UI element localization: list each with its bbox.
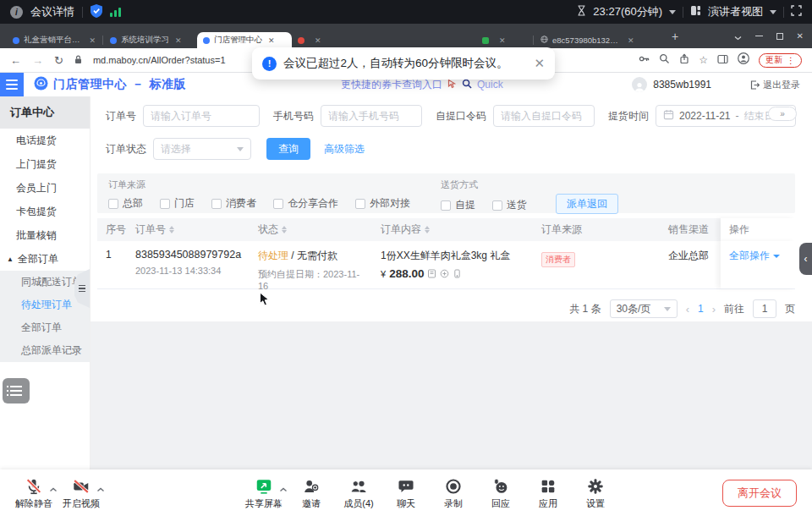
chrome-update-button[interactable]: 更新 ⋮: [759, 53, 802, 68]
username-label[interactable]: 8385wb1991: [653, 79, 711, 91]
sidebar-item-member-visit[interactable]: 会员上门: [0, 176, 90, 200]
apps-button[interactable]: 应用: [524, 476, 572, 510]
reactions-button[interactable]: 回应: [477, 476, 524, 510]
toast-close-icon[interactable]: ✕: [534, 56, 545, 71]
table-row[interactable]: 1 83859345088979792a 2023-11-13 14:33:34…: [97, 241, 795, 289]
bookmark-star-icon[interactable]: ☆: [699, 54, 708, 66]
share-screen-button[interactable]: 共享屏幕: [240, 476, 288, 510]
window-menu-icon[interactable]: [734, 29, 742, 44]
leave-meeting-button[interactable]: 离开会议: [722, 480, 797, 507]
sidebar-subitem-hq-dispatch-log[interactable]: 总部派单记录: [0, 339, 90, 362]
sidebar-group-all-orders[interactable]: ▲ 全部订单: [0, 247, 90, 271]
header-content[interactable]: 订单内容: [372, 218, 533, 241]
sort-icon[interactable]: [169, 226, 174, 233]
header-order-no[interactable]: 订单号: [127, 218, 250, 241]
chat-button[interactable]: 聊天: [382, 476, 430, 510]
checkbox-icon[interactable]: [492, 200, 502, 211]
password-key-icon[interactable]: [639, 52, 650, 68]
new-tab-button[interactable]: +: [672, 30, 678, 43]
floating-list-widget[interactable]: [3, 378, 30, 403]
timer-dropdown-icon[interactable]: [669, 10, 676, 14]
checkbox-hq[interactable]: 总部: [108, 196, 143, 211]
tab-close-icon[interactable]: ✕: [175, 36, 182, 45]
checkbox-icon[interactable]: [108, 199, 118, 209]
invite-button[interactable]: 邀请: [288, 476, 335, 510]
browser-tab-4[interactable]: ✕: [292, 32, 476, 48]
view-mode-dropdown-icon[interactable]: [770, 10, 776, 14]
prev-page-button[interactable]: ‹: [686, 303, 689, 316]
window-maximize-button[interactable]: [776, 33, 783, 40]
back-button[interactable]: ←: [10, 54, 21, 67]
all-actions-dropdown[interactable]: 全部操作: [729, 249, 788, 263]
view-mode-label[interactable]: 演讲者视图: [708, 4, 763, 19]
browser-tab-1[interactable]: 礼盒营销平台管理中心 ✕: [7, 32, 102, 48]
receipt-icon[interactable]: [427, 269, 436, 278]
checkbox-icon[interactable]: [355, 199, 365, 209]
tab-close-icon[interactable]: ✕: [89, 36, 96, 45]
quick-entry-link[interactable]: 更快捷的券卡查询入口: [341, 78, 442, 92]
sidebar-item-phone-pickup[interactable]: 电话提货: [0, 129, 90, 152]
window-minimize-button[interactable]: [755, 36, 763, 36]
kebab-menu-icon[interactable]: ⋮: [787, 56, 795, 65]
checkbox-self-pickup[interactable]: 自提: [441, 198, 475, 212]
browser-tab-3-active[interactable]: 门店管理中心 ✕: [197, 32, 292, 48]
profile-avatar-icon[interactable]: [738, 52, 749, 68]
next-page-button[interactable]: ›: [712, 303, 716, 316]
order-number[interactable]: 83859345088979792a: [135, 249, 243, 261]
header-status[interactable]: 状态: [250, 218, 372, 241]
goto-page-input[interactable]: [753, 299, 776, 318]
side-panel-icon[interactable]: [717, 52, 728, 68]
checkbox-icon[interactable]: [441, 200, 451, 211]
forward-button[interactable]: →: [32, 54, 43, 67]
sidebar-subitem-all-orders[interactable]: 全部订单: [0, 316, 90, 339]
security-shield-icon[interactable]: [91, 4, 102, 20]
network-signal-icon[interactable]: [110, 7, 121, 17]
camera-options-caret[interactable]: [96, 484, 105, 494]
browser-tab-2[interactable]: 系统培训学习 ✕: [104, 32, 197, 48]
tab-close-icon[interactable]: ✕: [628, 36, 634, 45]
sort-icon[interactable]: [425, 226, 430, 233]
checkbox-warehouse-share[interactable]: 仓分享合作: [273, 196, 338, 211]
expand-filters-button[interactable]: »: [768, 107, 797, 121]
tab-close-icon[interactable]: ✕: [499, 36, 506, 45]
checkbox-consumer[interactable]: 消费者: [211, 196, 256, 211]
logout-button[interactable]: 退出登录: [750, 79, 800, 91]
quick-label[interactable]: Quick: [477, 79, 503, 91]
menu-hamburger-button[interactable]: [0, 73, 24, 96]
unmute-button[interactable]: 解除静音: [10, 476, 58, 510]
tab-close-icon[interactable]: ✕: [315, 36, 321, 45]
sort-icon[interactable]: [282, 226, 287, 233]
share-options-caret[interactable]: [279, 484, 288, 494]
order-status-select[interactable]: 请选择: [153, 138, 251, 160]
settings-button[interactable]: 设置: [572, 476, 619, 510]
address-bar[interactable]: md.maboy.cn/AllOrder?status=1: [93, 55, 226, 65]
meeting-details-label[interactable]: 会议详情: [30, 4, 74, 19]
zoom-icon[interactable]: [659, 52, 670, 68]
tab-close-icon[interactable]: ✕: [268, 36, 275, 45]
members-button[interactable]: 成员(4): [335, 476, 382, 510]
order-no-input[interactable]: [143, 105, 260, 127]
checkbox-icon[interactable]: [160, 199, 170, 209]
ticket-icon[interactable]: [440, 269, 449, 278]
window-close-button[interactable]: ✕: [797, 31, 804, 41]
page-size-select[interactable]: 30条/页: [610, 299, 678, 318]
pickup-code-input[interactable]: [493, 105, 595, 127]
share-icon[interactable]: [679, 52, 689, 68]
browser-tab-5[interactable]: ✕: [476, 32, 532, 48]
reload-button[interactable]: ↻: [54, 54, 63, 67]
sidebar-item-door-pickup[interactable]: 上门提货: [0, 152, 90, 176]
sidebar-item-batch-verify[interactable]: 批量核销: [0, 223, 90, 247]
search-button[interactable]: 查询: [266, 138, 310, 160]
current-page[interactable]: 1: [698, 303, 704, 315]
dispatch-return-button[interactable]: 派单退回: [556, 194, 618, 214]
checkbox-external[interactable]: 外部对接: [355, 196, 410, 211]
user-avatar[interactable]: [632, 77, 647, 92]
advanced-filter-link[interactable]: 高级筛选: [324, 142, 365, 156]
checkbox-icon[interactable]: [273, 199, 283, 209]
browser-tab-6[interactable]: e8c573980b1328a258fd2e618 ✕: [535, 32, 663, 48]
phone-input[interactable]: [321, 105, 422, 127]
date-start-value[interactable]: 2022-11-21: [679, 110, 731, 122]
start-video-button[interactable]: 开启视频: [58, 476, 105, 510]
lock-icon[interactable]: [74, 52, 82, 68]
mic-options-caret[interactable]: [49, 484, 58, 494]
